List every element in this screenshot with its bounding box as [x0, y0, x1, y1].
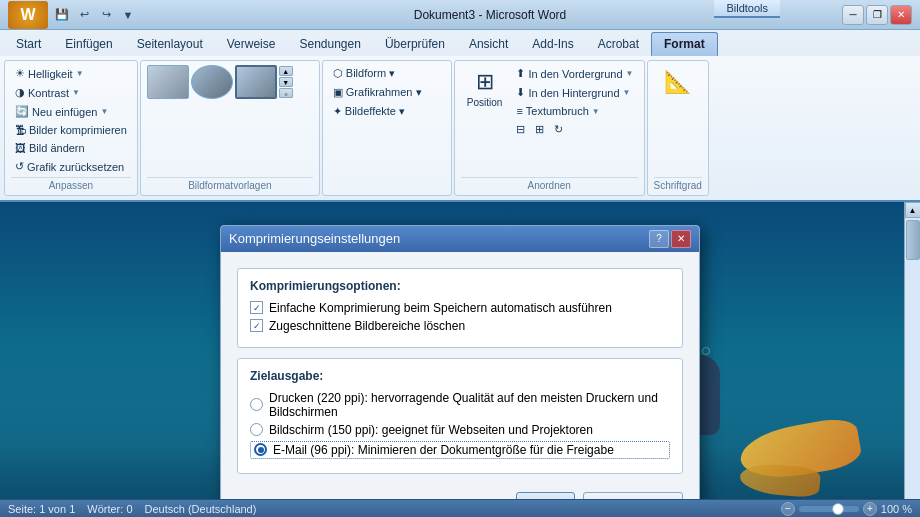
dialog-body: Komprimierungsoptionen: Einfache Komprim… — [221, 252, 699, 518]
bildeffekte-button[interactable]: ✦ Bildeffekte ▾ — [329, 103, 445, 120]
radio-drucken[interactable] — [250, 398, 263, 411]
tab-acrobat[interactable]: Acrobat — [586, 32, 651, 56]
tab-ansicht[interactable]: Ansicht — [457, 32, 520, 56]
helligkeit-icon: ☀ — [15, 67, 25, 80]
zoom-slider[interactable] — [799, 506, 859, 512]
tab-sendungen[interactable]: Sendungen — [287, 32, 372, 56]
group-schriftgrad: 📐 Schriftgrad — [647, 60, 709, 196]
textumbruch-button[interactable]: ≡ Textumbruch ▼ — [512, 103, 637, 119]
ribbon: Start Einfügen Seitenlayout Verweise Sen… — [0, 30, 920, 202]
grafikrahmen-button[interactable]: ▣ Grafikrahmen ▾ — [329, 84, 445, 101]
vordergrund-label: In den Vordergrund — [528, 68, 622, 80]
bildform-label: Bildform ▾ — [346, 67, 395, 80]
gallery-scroll-down[interactable]: ▼ — [279, 77, 293, 87]
dialog-controls: ? ✕ — [649, 230, 691, 248]
schriftgrad-icon: 📐 — [664, 69, 691, 95]
group-bildeffekte: ⬡ Bildform ▾ ▣ Grafikrahmen ▾ ✦ Bildeffe… — [322, 60, 452, 196]
textumbruch-icon: ≡ — [516, 105, 522, 117]
quickaccess-dropdown[interactable]: ▼ — [118, 5, 138, 25]
bildformat-thumb-2[interactable] — [191, 65, 233, 99]
tab-seitenlayout[interactable]: Seitenlayout — [125, 32, 215, 56]
radio-email[interactable] — [254, 443, 267, 456]
scroll-up-button[interactable]: ▲ — [905, 202, 921, 218]
anpassen-label: Anpassen — [11, 177, 131, 191]
statusbar: Seite: 1 von 1 Wörter: 0 Deutsch (Deutsc… — [0, 499, 920, 517]
save-button[interactable]: 💾 — [52, 5, 72, 25]
drehen-button[interactable]: ↻ — [550, 121, 567, 138]
zielausgabe-title: Zielausgabe: — [250, 369, 670, 383]
window-controls: ─ ❐ ✕ — [842, 5, 912, 25]
neu-einfuegen-button[interactable]: 🔄 Neu einfügen ▼ — [11, 103, 112, 120]
bildeffekte-icon: ✦ — [333, 105, 342, 118]
in-hintergrund-button[interactable]: ⬇ In den Hintergrund ▼ — [512, 84, 637, 101]
vertical-scrollbar[interactable]: ▲ ▼ — [904, 202, 920, 517]
group-anordnen: ⊞ Position ⬆ In den Vordergrund ▼ ⬇ In d… — [454, 60, 645, 196]
neu-einfuegen-label: Neu einfügen — [32, 106, 97, 118]
bild-aendern-button[interactable]: 🖼 Bild ändern — [11, 140, 131, 156]
dialog-title: Komprimierungseinstellungen — [229, 231, 400, 246]
position-button[interactable]: ⊞ Position — [461, 65, 509, 138]
dialog-help-button[interactable]: ? — [649, 230, 669, 248]
radio-row-bildschirm[interactable]: Bildschirm (150 ppi): geeignet für Webse… — [250, 423, 670, 437]
undo-button[interactable]: ↩ — [74, 5, 94, 25]
gallery-scroll: ▲ ▼ ⬦ — [279, 66, 293, 98]
ausrichten-button[interactable]: ⊟ — [512, 121, 529, 138]
kontrast-button[interactable]: ◑ Kontrast ▼ — [11, 84, 84, 101]
gallery-scroll-up[interactable]: ▲ — [279, 66, 293, 76]
restore-button[interactable]: ❐ — [866, 5, 888, 25]
anpassen-row3: 🔄 Neu einfügen ▼ — [11, 103, 131, 120]
zoom-slider-thumb[interactable] — [832, 503, 844, 515]
in-vordergrund-button[interactable]: ⬆ In den Vordergrund ▼ — [512, 65, 637, 82]
tab-addins[interactable]: Add-Ins — [520, 32, 585, 56]
bildformatvorlagen-label: Bildformatvorlagen — [147, 177, 313, 191]
radio-row-drucken[interactable]: Drucken (220 ppi): hervorragende Qualitä… — [250, 391, 670, 419]
quick-access-toolbar: 💾 ↩ ↪ ▼ — [52, 5, 138, 25]
tab-start[interactable]: Start — [4, 32, 53, 56]
drehen-icon: ↻ — [554, 123, 563, 136]
tab-ueberpruefen[interactable]: Überprüfen — [373, 32, 457, 56]
vordergrund-icon: ⬆ — [516, 67, 525, 80]
checkbox-delete-cropped-label: Zugeschnittene Bildbereiche löschen — [269, 319, 465, 333]
zoom-out-button[interactable]: − — [781, 502, 795, 516]
office-button[interactable]: W — [8, 1, 48, 29]
main-content: Komprimierungseinstellungen ? ✕ Komprimi… — [0, 202, 920, 517]
scroll-track-v[interactable] — [905, 218, 920, 517]
bildform-button[interactable]: ⬡ Bildform ▾ — [329, 65, 445, 82]
gallery-dropdown[interactable]: ⬦ — [279, 88, 293, 98]
gruppieren-button[interactable]: ⊞ — [531, 121, 548, 138]
grafik-zuruecksetzen-icon: ↺ — [15, 160, 24, 173]
bildformat-thumb-1[interactable] — [147, 65, 189, 99]
zoom-in-button[interactable]: + — [863, 502, 877, 516]
checkbox-row-1[interactable]: Einfache Komprimierung beim Speichern au… — [250, 301, 670, 315]
schriftgrad-button[interactable]: 📐 — [654, 65, 702, 99]
vordergrund-dropdown: ▼ — [626, 69, 634, 78]
minimize-button[interactable]: ─ — [842, 5, 864, 25]
tab-format[interactable]: Format — [651, 32, 718, 56]
dialog-close-button[interactable]: ✕ — [671, 230, 691, 248]
checkbox-auto-compress[interactable] — [250, 301, 263, 314]
kontrast-icon: ◑ — [15, 86, 25, 99]
radio-row-email[interactable]: E-Mail (96 ppi): Minimieren der Dokument… — [250, 441, 670, 459]
neu-einfuegen-dropdown-icon: ▼ — [100, 107, 108, 116]
grafik-zuruecksetzen-label: Grafik zurücksetzen — [27, 161, 124, 173]
close-button[interactable]: ✕ — [890, 5, 912, 25]
bildtools-label: Bildtools — [714, 0, 780, 18]
radio-drucken-label: Drucken (220 ppi): hervorragende Qualitä… — [269, 391, 670, 419]
bildformat-thumb-3[interactable] — [235, 65, 277, 99]
helligkeit-button[interactable]: ☀ Helligkeit ▼ — [11, 65, 88, 82]
scroll-thumb-v[interactable] — [906, 220, 920, 260]
radio-bildschirm[interactable] — [250, 423, 263, 436]
checkbox-row-2[interactable]: Zugeschnittene Bildbereiche löschen — [250, 319, 670, 333]
checkbox-delete-cropped[interactable] — [250, 319, 263, 332]
titlebar-left: W 💾 ↩ ↪ ▼ — [8, 1, 138, 29]
helligkeit-label: Helligkeit — [28, 68, 73, 80]
ribbon-tabs: Start Einfügen Seitenlayout Verweise Sen… — [0, 30, 920, 56]
tab-verweise[interactable]: Verweise — [215, 32, 288, 56]
position-icon: ⊞ — [476, 69, 494, 95]
tab-einfuegen[interactable]: Einfügen — [53, 32, 124, 56]
kontrast-dropdown-icon: ▼ — [72, 88, 80, 97]
grafik-zuruecksetzen-button[interactable]: ↺ Grafik zurücksetzen — [11, 158, 131, 175]
bildformat-gallery: ▲ ▼ ⬦ — [147, 65, 313, 99]
bilder-komprimieren-button[interactable]: 🗜 Bilder komprimieren — [11, 122, 131, 138]
redo-button[interactable]: ↪ — [96, 5, 116, 25]
